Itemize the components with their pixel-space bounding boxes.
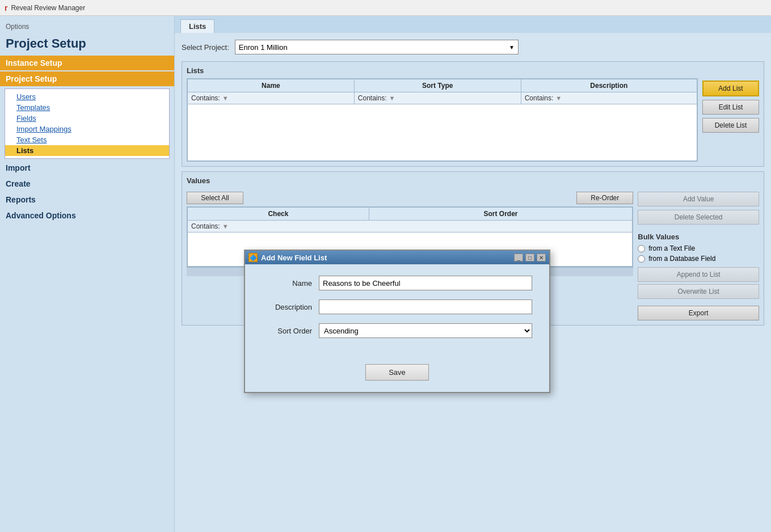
modal-title-left: 🔷 Add New Field List — [248, 253, 327, 262]
modal-overlay: 🔷 Add New Field List _ □ ✕ Name Descript… — [0, 0, 771, 532]
form-sort-order-label: Sort Order — [262, 327, 319, 335]
modal-close-button[interactable]: ✕ — [537, 254, 546, 261]
form-sort-order-select[interactable]: Ascending Descending — [319, 323, 532, 338]
modal-minimize-button[interactable]: _ — [514, 254, 523, 261]
modal-maximize-button[interactable]: □ — [525, 254, 534, 261]
form-description-label: Description — [262, 303, 319, 311]
add-new-field-list-modal: 🔷 Add New Field List _ □ ✕ Name Descript… — [244, 250, 550, 393]
modal-title-controls: _ □ ✕ — [514, 254, 546, 261]
modal-save-button[interactable]: Save — [365, 364, 429, 381]
modal-title-text: Add New Field List — [261, 254, 327, 262]
form-sort-order-row: Sort Order Ascending Descending — [262, 323, 532, 338]
form-name-row: Name — [262, 276, 532, 290]
modal-title-icon: 🔷 — [248, 253, 258, 262]
modal-title-bar: 🔷 Add New Field List _ □ ✕ — [245, 251, 549, 264]
form-name-label: Name — [262, 279, 319, 288]
form-name-input[interactable] — [319, 276, 532, 290]
modal-body: Name Description Sort Order Ascending De… — [245, 264, 549, 358]
modal-footer: Save — [245, 358, 549, 392]
form-description-row: Description — [262, 299, 532, 314]
form-description-input[interactable] — [319, 299, 532, 314]
